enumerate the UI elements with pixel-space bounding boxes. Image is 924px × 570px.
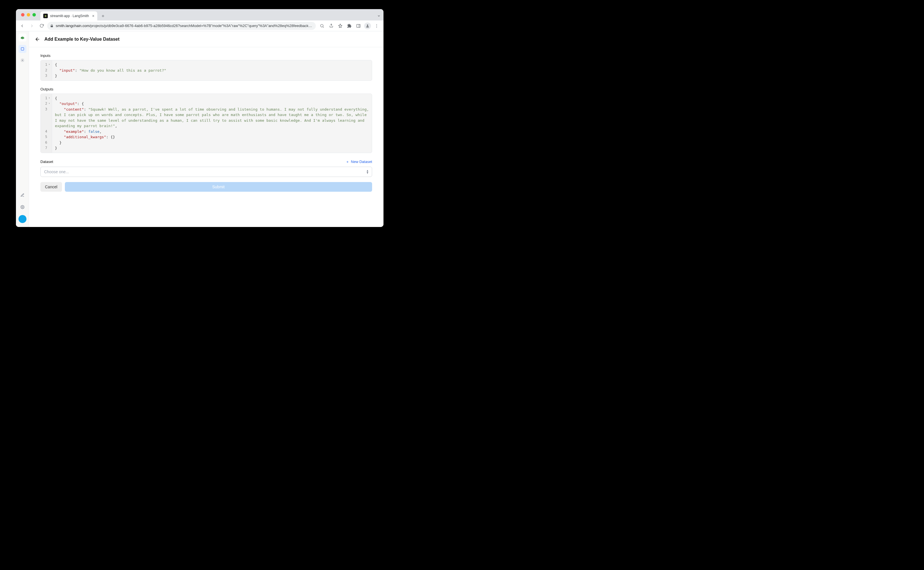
sidebar-user-avatar[interactable] bbox=[18, 215, 26, 223]
menu-icon[interactable] bbox=[373, 23, 380, 29]
window-maximize-button[interactable] bbox=[32, 13, 36, 17]
address-text: smith.langchain.com/projects/p/db9e3ca9-… bbox=[56, 24, 313, 28]
back-button[interactable] bbox=[35, 37, 40, 42]
dataset-select[interactable]: Choose one... ▴▾ bbox=[40, 167, 372, 177]
address-bar[interactable]: smith.langchain.com/projects/p/db9e3ca9-… bbox=[47, 22, 316, 30]
tab-strip: ✦ streamlit-app · LangSmith × ＋ ⌄ bbox=[16, 9, 383, 20]
submit-label: Submit bbox=[212, 185, 225, 189]
page-body: Inputs 1▾ 2 3 { "input": "How do you kno… bbox=[29, 47, 383, 203]
inputs-label: Inputs bbox=[40, 54, 372, 58]
select-placeholder: Choose one... bbox=[44, 170, 69, 174]
favicon-icon: ✦ bbox=[43, 14, 48, 18]
nav-forward-button[interactable] bbox=[28, 22, 36, 30]
plus-icon: ＋ bbox=[346, 159, 349, 164]
inputs-code[interactable]: { "input": "How do you know all this as … bbox=[52, 60, 372, 81]
window-controls bbox=[18, 9, 39, 20]
tab-title: streamlit-app · LangSmith bbox=[50, 14, 89, 18]
svg-point-2 bbox=[367, 25, 368, 26]
sidebar-item-datasets[interactable] bbox=[18, 56, 26, 64]
cancel-label: Cancel bbox=[45, 185, 57, 189]
panel-icon[interactable] bbox=[355, 23, 362, 29]
chevron-updown-icon: ▴▾ bbox=[367, 170, 368, 174]
svg-rect-1 bbox=[357, 24, 360, 27]
new-dataset-label: New Dataset bbox=[351, 159, 372, 164]
dataset-row: Dataset ＋ New Dataset bbox=[40, 159, 372, 164]
svg-point-5 bbox=[376, 27, 377, 27]
fold-icon[interactable]: ▾ bbox=[49, 63, 50, 67]
sidebar-item-projects[interactable] bbox=[18, 45, 26, 53]
dataset-label: Dataset bbox=[40, 159, 53, 164]
outputs-label: Outputs bbox=[40, 87, 372, 91]
inputs-editor[interactable]: 1▾ 2 3 { "input": "How do you know all t… bbox=[40, 60, 372, 81]
zoom-icon[interactable] bbox=[319, 23, 325, 29]
page-title: Add Example to Key-Value Dataset bbox=[44, 37, 120, 42]
browser-window: ✦ streamlit-app · LangSmith × ＋ ⌄ smith.… bbox=[16, 9, 383, 227]
outputs-gutter: 1▾ 2▾ 3 4 5 6 7 bbox=[41, 94, 52, 153]
share-icon[interactable] bbox=[328, 23, 334, 29]
extensions-icon[interactable] bbox=[346, 23, 353, 29]
window-close-button[interactable] bbox=[21, 13, 25, 17]
svg-point-8 bbox=[22, 60, 23, 61]
cancel-button[interactable]: Cancel bbox=[40, 182, 62, 192]
submit-button[interactable]: Submit bbox=[65, 182, 372, 192]
outputs-code[interactable]: { "output": { "content": "Squawk! Well, … bbox=[52, 94, 372, 153]
sidebar-settings-icon[interactable] bbox=[18, 203, 26, 211]
browser-toolbar: smith.langchain.com/projects/p/db9e3ca9-… bbox=[16, 20, 383, 31]
new-dataset-button[interactable]: ＋ New Dataset bbox=[346, 159, 372, 164]
app-logo-icon[interactable] bbox=[18, 34, 26, 41]
sidebar-edit-icon[interactable] bbox=[18, 191, 26, 199]
app-sidebar bbox=[16, 31, 29, 227]
toolbar-icons bbox=[317, 23, 381, 29]
new-tab-button[interactable]: ＋ bbox=[99, 12, 107, 20]
profile-button[interactable] bbox=[364, 23, 371, 29]
tab-close-icon[interactable]: × bbox=[92, 14, 95, 18]
svg-point-4 bbox=[376, 25, 377, 26]
inputs-gutter: 1▾ 2 3 bbox=[41, 60, 52, 81]
browser-tab[interactable]: ✦ streamlit-app · LangSmith × bbox=[40, 11, 97, 20]
button-row: Cancel Submit bbox=[40, 182, 372, 192]
outputs-editor[interactable]: 1▾ 2▾ 3 4 5 6 7 { "output": { "content":… bbox=[40, 93, 372, 153]
fold-icon[interactable]: ▾ bbox=[49, 96, 50, 100]
svg-point-0 bbox=[320, 24, 323, 27]
tabs-expand-icon[interactable]: ⌄ bbox=[377, 12, 381, 18]
svg-point-9 bbox=[22, 207, 23, 208]
svg-point-3 bbox=[376, 24, 377, 25]
nav-reload-button[interactable] bbox=[38, 22, 46, 30]
main-panel: Add Example to Key-Value Dataset Inputs … bbox=[29, 31, 383, 227]
page-header: Add Example to Key-Value Dataset bbox=[29, 31, 383, 47]
fold-icon[interactable]: ▾ bbox=[49, 101, 50, 106]
window-minimize-button[interactable] bbox=[27, 13, 30, 17]
bookmark-icon[interactable] bbox=[337, 23, 344, 29]
nav-back-button[interactable] bbox=[18, 22, 26, 30]
app-content: Add Example to Key-Value Dataset Inputs … bbox=[16, 31, 383, 227]
lock-icon bbox=[50, 24, 54, 28]
svg-rect-7 bbox=[21, 48, 24, 50]
svg-point-6 bbox=[21, 38, 22, 38]
